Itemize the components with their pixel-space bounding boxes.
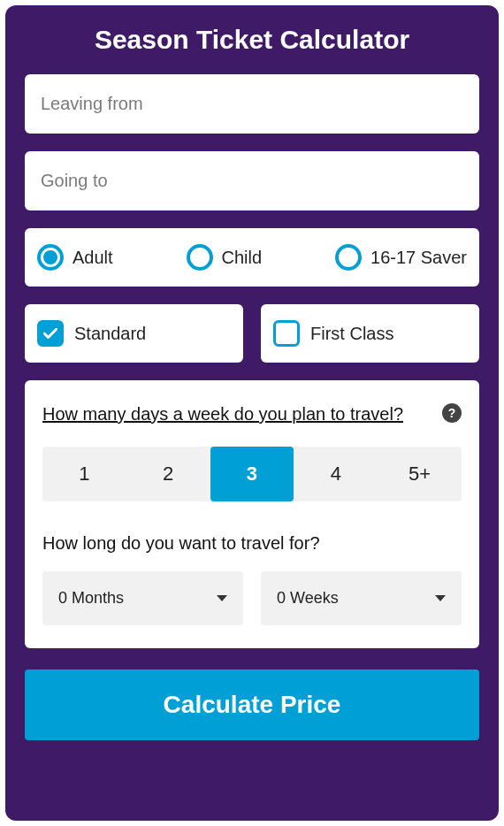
duration-selects: 0 Months 0 Weeks: [42, 571, 462, 625]
checkbox-label: First Class: [310, 324, 393, 344]
radio-label: 16-17 Saver: [370, 248, 467, 268]
days-question-text: How many days a week do you plan to trav…: [42, 404, 403, 424]
radio-icon: [335, 244, 362, 271]
months-select[interactable]: 0 Months: [42, 571, 243, 625]
radio-icon: [187, 244, 213, 271]
day-option-1[interactable]: 1: [42, 447, 126, 501]
passenger-type-group: Adult Child 16-17 Saver: [25, 228, 479, 287]
chevron-down-icon: [217, 595, 227, 601]
weeks-select[interactable]: 0 Weeks: [261, 571, 462, 625]
select-value: 0 Months: [58, 589, 124, 608]
duration-question: How long do you want to travel for?: [42, 533, 462, 554]
class-group: Standard First Class: [25, 304, 479, 363]
travel-panel: How many days a week do you plan to trav…: [25, 380, 479, 648]
radio-saver[interactable]: 16-17 Saver: [335, 244, 467, 271]
calculator-card: Season Ticket Calculator Adult Child 16-…: [5, 5, 499, 821]
checkbox-icon: [37, 320, 64, 347]
radio-adult[interactable]: Adult: [37, 244, 113, 271]
radio-icon: [37, 244, 64, 271]
leaving-from-input[interactable]: [25, 74, 479, 134]
day-option-5plus[interactable]: 5+: [378, 447, 462, 501]
going-to-input[interactable]: [25, 151, 479, 210]
radio-child[interactable]: Child: [187, 244, 263, 271]
calculate-button[interactable]: Calculate Price: [25, 669, 479, 740]
checkbox-first-class[interactable]: First Class: [261, 304, 479, 363]
checkbox-label: Standard: [74, 324, 146, 344]
day-option-2[interactable]: 2: [126, 447, 210, 501]
day-option-3[interactable]: 3: [210, 447, 294, 501]
radio-label: Adult: [73, 248, 113, 268]
radio-label: Child: [222, 248, 263, 268]
select-value: 0 Weeks: [277, 589, 339, 608]
days-question: How many days a week do you plan to trav…: [42, 402, 462, 427]
help-icon[interactable]: ?: [442, 403, 462, 423]
days-selector: 1 2 3 4 5+: [42, 447, 462, 501]
checkbox-standard[interactable]: Standard: [25, 304, 243, 363]
chevron-down-icon: [435, 595, 446, 601]
checkbox-icon: [273, 320, 300, 347]
page-title: Season Ticket Calculator: [25, 25, 479, 55]
day-option-4[interactable]: 4: [294, 447, 378, 501]
